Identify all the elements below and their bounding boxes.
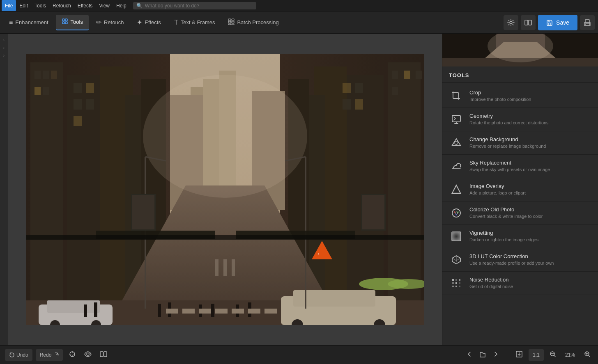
next-btn[interactable] bbox=[490, 350, 501, 360]
redo-button[interactable]: Redo bbox=[36, 349, 63, 361]
save-button[interactable]: Save bbox=[538, 15, 577, 30]
retouch-tab[interactable]: ✏ Retouch bbox=[90, 15, 129, 30]
svg-rect-94 bbox=[248, 309, 260, 314]
colorize-icon bbox=[449, 206, 464, 220]
svg-rect-2 bbox=[65, 19, 67, 21]
search-bar: 🔍 bbox=[133, 2, 256, 9]
enhancement-tab[interactable]: ≡ Enhancement bbox=[3, 15, 54, 30]
svg-rect-12 bbox=[529, 20, 531, 25]
svg-rect-122 bbox=[455, 282, 457, 284]
svg-rect-7 bbox=[232, 21, 234, 23]
svg-rect-99 bbox=[362, 195, 384, 229]
svg-rect-11 bbox=[525, 20, 528, 25]
tools-list: Crop Improve the photo composition Geome… bbox=[442, 83, 598, 345]
ratio-btn[interactable]: 1:1 bbox=[529, 349, 544, 361]
enhancement-icon: ≡ bbox=[9, 19, 13, 26]
svg-rect-117 bbox=[452, 232, 461, 241]
export-icon-btn[interactable] bbox=[513, 349, 525, 361]
right-panel: TOOLS Crop Improve the photo composition bbox=[442, 34, 598, 345]
tools-icon bbox=[62, 18, 68, 26]
sky-name: Sky Replacement bbox=[469, 160, 591, 166]
menu-retouch[interactable]: Retouch bbox=[49, 0, 74, 11]
svg-point-18 bbox=[589, 23, 590, 24]
svg-rect-125 bbox=[455, 286, 457, 287]
svg-rect-80 bbox=[84, 304, 87, 317]
menu-view[interactable]: View bbox=[96, 0, 113, 11]
open-file-btn[interactable] bbox=[476, 349, 489, 361]
menu-file[interactable]: File bbox=[2, 0, 16, 11]
svg-rect-126 bbox=[459, 286, 460, 287]
text-frames-label: Text & Frames bbox=[181, 19, 215, 25]
colorize-name: Colorize Old Photo bbox=[469, 206, 591, 213]
colorize-text: Colorize Old Photo Convert black & white… bbox=[469, 206, 591, 219]
effects-tab[interactable]: ✦ Effects bbox=[131, 15, 167, 30]
svg-rect-90 bbox=[182, 309, 195, 314]
sky-desc: Swap the sky with presets or own image bbox=[469, 167, 591, 172]
search-icon: 🔍 bbox=[136, 3, 143, 9]
main-area: › › › bbox=[0, 34, 598, 345]
panel-title: TOOLS bbox=[442, 66, 598, 83]
zoom-in-btn[interactable] bbox=[582, 349, 593, 361]
change-bg-text: Change Background Remove or replace imag… bbox=[469, 136, 591, 149]
retouch-icon: ✏ bbox=[96, 18, 101, 26]
vignetting-icon bbox=[449, 229, 464, 244]
prev-btn[interactable] bbox=[464, 350, 475, 360]
lut-name: 3D LUT Color Correction bbox=[469, 253, 591, 259]
change-bg-desc: Remove or replace image background bbox=[469, 143, 591, 149]
text-frames-tab[interactable]: T Text & Frames bbox=[168, 15, 221, 30]
tools-tab[interactable]: Tools bbox=[56, 15, 89, 30]
reset-icon-btn[interactable] bbox=[66, 349, 78, 361]
compare-bottom-btn[interactable] bbox=[97, 349, 110, 361]
svg-rect-123 bbox=[459, 282, 460, 284]
crop-name: Crop bbox=[469, 89, 591, 96]
svg-rect-14 bbox=[548, 23, 551, 25]
overlay-text: Image Overlay Add a picture, logo or cli… bbox=[469, 183, 591, 196]
search-input[interactable] bbox=[145, 3, 253, 9]
svg-rect-118 bbox=[452, 279, 454, 281]
menu-help[interactable]: Help bbox=[113, 0, 130, 11]
zoom-out-btn[interactable] bbox=[547, 349, 559, 361]
tool-item-colorize[interactable]: Colorize Old Photo Convert black & white… bbox=[442, 201, 598, 225]
menubar: File Edit Tools Retouch Effects View Hel… bbox=[0, 0, 598, 11]
lut-text: 3D LUT Color Correction Use a ready-made… bbox=[469, 253, 591, 266]
svg-rect-15 bbox=[548, 20, 550, 21]
sidebar-arrow-3[interactable]: › bbox=[2, 53, 5, 59]
undo-button[interactable]: Undo bbox=[5, 349, 32, 361]
batch-icon bbox=[228, 18, 235, 27]
tool-item-noise[interactable]: Noise Reduction Get rid of digital noise bbox=[442, 272, 598, 295]
tool-item-lut[interactable]: 3D LUT Color Correction Use a ready-made… bbox=[442, 248, 598, 272]
colorize-desc: Convert black & white image to color bbox=[469, 213, 591, 219]
svg-rect-1 bbox=[62, 22, 64, 24]
panel-preview bbox=[442, 34, 598, 66]
sidebar-arrow-1[interactable]: › bbox=[2, 37, 5, 43]
sidebar-arrow-2[interactable]: › bbox=[2, 45, 5, 51]
svg-rect-124 bbox=[452, 286, 454, 287]
geometry-desc: Rotate the photo and correct distortions bbox=[469, 120, 591, 126]
menu-effects[interactable]: Effects bbox=[74, 0, 96, 11]
canvas-image[interactable]: ! bbox=[26, 54, 424, 325]
svg-rect-88 bbox=[26, 235, 424, 240]
svg-rect-97 bbox=[132, 195, 154, 229]
svg-rect-0 bbox=[62, 19, 64, 21]
tool-item-overlay[interactable]: Image Overlay Add a picture, logo or cli… bbox=[442, 178, 598, 201]
tool-item-change-bg[interactable]: Change Background Remove or replace imag… bbox=[442, 131, 598, 155]
menu-tools[interactable]: Tools bbox=[31, 0, 49, 11]
sky-text: Sky Replacement Swap the sky with preset… bbox=[469, 160, 591, 172]
tool-item-crop[interactable]: Crop Improve the photo composition bbox=[442, 85, 598, 108]
settings-icon-btn[interactable] bbox=[504, 15, 518, 30]
tool-item-vignetting[interactable]: Vignetting Darken or lighten the image e… bbox=[442, 225, 598, 248]
svg-rect-3 bbox=[65, 22, 67, 24]
tool-item-sky[interactable]: Sky Replacement Swap the sky with preset… bbox=[442, 155, 598, 178]
zoom-controls bbox=[464, 349, 501, 361]
view-icon-btn[interactable] bbox=[82, 349, 94, 361]
toolbar: ≡ Enhancement Tools ✏ Retouch ✦ Effects … bbox=[0, 11, 598, 34]
svg-point-69 bbox=[143, 75, 307, 198]
batch-tab[interactable]: Batch Processing bbox=[222, 15, 284, 30]
lut-desc: Use a ready-made profile or add your own bbox=[469, 260, 591, 266]
print-icon-btn[interactable] bbox=[580, 15, 595, 30]
tool-item-geometry[interactable]: Geometry Rotate the photo and correct di… bbox=[442, 108, 598, 131]
svg-rect-93 bbox=[232, 309, 244, 314]
compare-icon-btn[interactable] bbox=[521, 15, 536, 30]
svg-rect-82 bbox=[158, 304, 161, 317]
menu-edit[interactable]: Edit bbox=[16, 0, 31, 11]
